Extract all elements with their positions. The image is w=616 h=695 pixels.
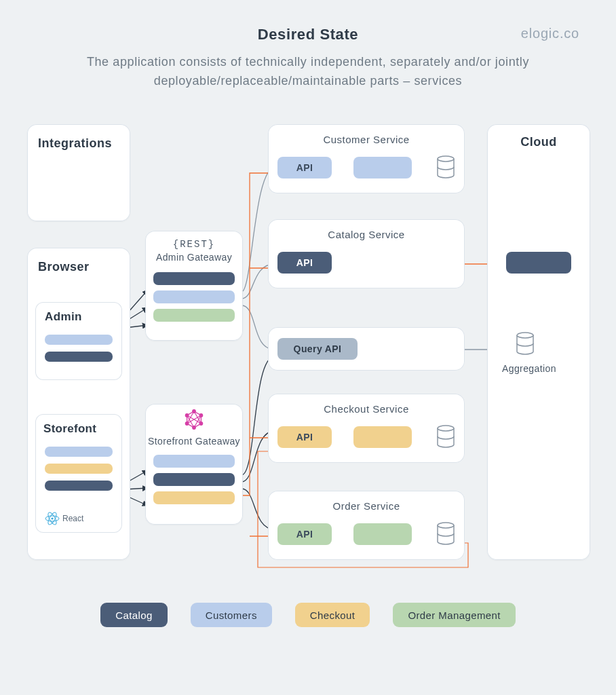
storefront-chip-checkout: [45, 464, 113, 474]
legend: Catalog Customers Checkout Order Managem…: [0, 603, 616, 627]
svg-point-3: [51, 517, 53, 519]
legend-checkout: Checkout: [295, 603, 370, 627]
cloud-db-icon: [516, 332, 535, 355]
svg-point-8: [193, 426, 195, 429]
admin-gateway-label: Admin Gateaway: [145, 251, 243, 264]
catalog-service-box: Catalog Service API: [268, 219, 465, 288]
admin-chip-customers: [45, 335, 113, 345]
order-service-box: Order Service API: [268, 491, 465, 560]
storefront-gateway-box: Storefront Gateaway: [145, 404, 243, 525]
aggregation-label: Aggregation: [502, 363, 556, 374]
admin-card: Admin: [35, 302, 122, 380]
storefront-gateway-label: Storefront Gateaway: [145, 432, 243, 448]
cloud-label: Cloud: [487, 124, 590, 160]
customer-service-label: Customer Service: [268, 134, 465, 145]
svg-point-5: [193, 410, 195, 413]
sf-gw-chip-catalog: [153, 473, 235, 486]
checkout-db-icon: [436, 425, 455, 448]
legend-customers: Customers: [191, 603, 272, 627]
checkout-service-box: Checkout Service API: [268, 394, 465, 463]
legend-catalog: Catalog: [100, 603, 168, 627]
storefront-chip-catalog: [45, 481, 113, 491]
svg-point-11: [438, 156, 454, 162]
svg-point-9: [185, 422, 188, 425]
brand-label: elogic.co: [521, 26, 579, 41]
checkout-service-label: Checkout Service: [268, 403, 465, 415]
admin-label: Admin: [35, 302, 122, 328]
admin-gateway-box: {REST} Admin Gateaway: [145, 231, 243, 341]
react-badge: React: [45, 511, 83, 526]
diagram-stage: Desired State elogic.co The application …: [0, 0, 616, 695]
customer-api: API: [277, 157, 332, 179]
order-block: [353, 523, 412, 545]
page-subtitle: The application consists of technically …: [41, 53, 575, 91]
query-box: Query API: [268, 327, 465, 371]
order-service-label: Order Service: [268, 500, 465, 512]
order-db-icon: [436, 522, 455, 545]
svg-point-13: [438, 523, 454, 528]
cloud-box: Cloud Aggregation: [487, 124, 590, 560]
checkout-api: API: [277, 426, 332, 448]
svg-point-6: [199, 414, 202, 417]
cloud-catalog-block: [506, 252, 571, 274]
sf-gw-chip-customers: [153, 455, 235, 468]
admin-gw-chip-catalog: [153, 272, 235, 285]
legend-order: Order Management: [393, 603, 515, 627]
query-api: Query API: [277, 338, 358, 360]
order-api: API: [277, 523, 332, 545]
storefront-label: Storefont: [35, 414, 122, 440]
sf-gw-chip-checkout: [153, 491, 235, 504]
browser-box: Browser Admin Storefont React: [27, 248, 130, 560]
rest-label: {REST}: [145, 231, 243, 251]
react-text: React: [62, 514, 83, 523]
admin-chip-catalog: [45, 352, 113, 362]
customer-service-box: Customer Service API: [268, 124, 465, 193]
integrations-label: Integrations: [27, 124, 130, 163]
storefront-card: Storefont React: [35, 414, 122, 533]
svg-point-14: [517, 333, 533, 338]
react-icon: [45, 511, 60, 526]
browser-label: Browser: [27, 248, 100, 286]
checkout-block: [353, 426, 412, 448]
graphql-icon: [145, 404, 243, 432]
customer-block: [353, 157, 412, 179]
admin-gw-chip-customers: [153, 290, 235, 303]
svg-point-12: [438, 426, 454, 431]
svg-point-10: [185, 414, 188, 417]
integrations-box: Integrations: [27, 124, 130, 221]
admin-gw-chip-order: [153, 309, 235, 322]
catalog-service-label: Catalog Service: [268, 229, 465, 240]
customer-db-icon: [436, 155, 455, 179]
catalog-api: API: [277, 252, 332, 274]
svg-point-7: [199, 422, 202, 425]
storefront-chip-customers: [45, 447, 113, 457]
